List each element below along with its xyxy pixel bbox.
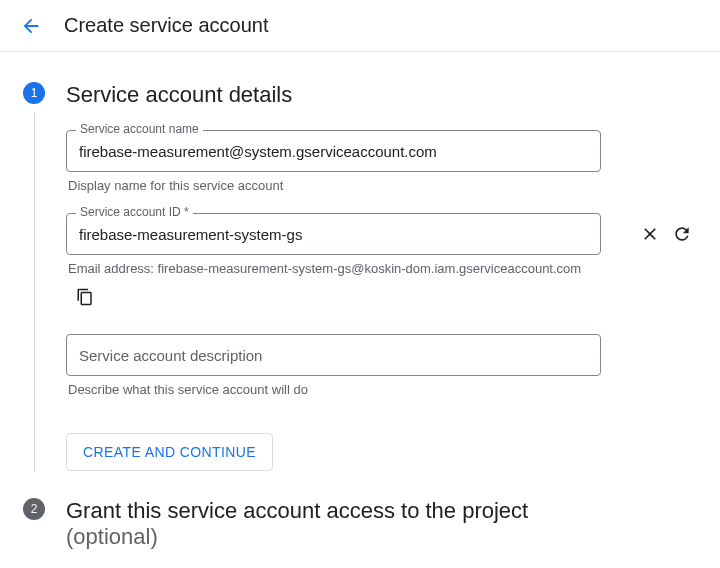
step-indicator-1: 1 bbox=[20, 82, 48, 472]
copy-icon[interactable] bbox=[76, 288, 94, 306]
name-label: Service account name bbox=[76, 122, 203, 136]
step-1: 1 Service account details Service accoun… bbox=[20, 82, 700, 472]
step-2-optional: (optional) bbox=[66, 524, 158, 549]
step-1-title: Service account details bbox=[66, 82, 700, 108]
step-2-body: Grant this service account access to the… bbox=[66, 498, 700, 551]
service-account-id-field: Service account ID * bbox=[66, 213, 700, 255]
step-1-badge: 1 bbox=[23, 82, 45, 104]
step-2-badge: 2 bbox=[23, 498, 45, 520]
description-helper: Describe what this service account will … bbox=[66, 382, 700, 397]
copy-row bbox=[66, 288, 700, 310]
refresh-icon[interactable] bbox=[672, 224, 692, 244]
page-header: Create service account bbox=[0, 0, 720, 52]
step-indicator-2: 2 bbox=[20, 498, 48, 520]
service-account-id-input[interactable] bbox=[66, 213, 601, 255]
email-value: firebase-measurement-system-gs@koskin-do… bbox=[158, 261, 582, 276]
service-account-description-input[interactable] bbox=[66, 334, 601, 376]
service-account-name-field: Service account name bbox=[66, 130, 700, 172]
service-account-name-input[interactable] bbox=[66, 130, 601, 172]
content: 1 Service account details Service accoun… bbox=[0, 52, 720, 568]
step-connector-line bbox=[34, 112, 35, 472]
id-input-icons bbox=[640, 224, 692, 244]
step-2-title: Grant this service account access to the… bbox=[66, 498, 700, 551]
service-account-description-field bbox=[66, 334, 700, 376]
email-prefix: Email address: bbox=[68, 261, 158, 276]
id-label: Service account ID * bbox=[76, 205, 193, 219]
step-2-title-text: Grant this service account access to the… bbox=[66, 498, 528, 523]
page-title: Create service account bbox=[64, 14, 269, 37]
step-1-body: Service account details Service account … bbox=[66, 82, 700, 471]
step-2: 2 Grant this service account access to t… bbox=[20, 498, 700, 551]
email-address-line: Email address: firebase-measurement-syst… bbox=[66, 261, 700, 276]
back-arrow-icon[interactable] bbox=[20, 15, 42, 37]
name-helper: Display name for this service account bbox=[66, 178, 700, 193]
create-and-continue-button[interactable]: CREATE AND CONTINUE bbox=[66, 433, 273, 471]
clear-icon[interactable] bbox=[640, 224, 660, 244]
